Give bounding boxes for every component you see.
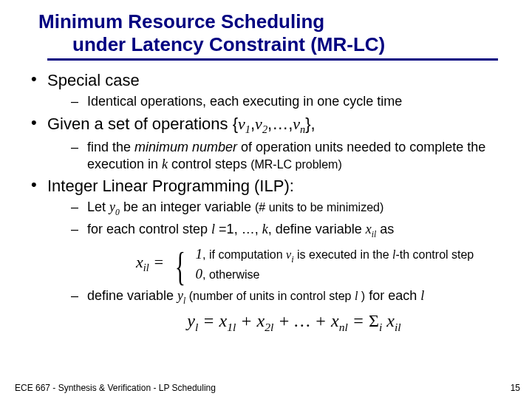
equation-yl: yl = x1l + x2l + … + xnl = Σi xil: [77, 311, 511, 334]
eq-xi: x: [386, 311, 395, 330]
pw-eq: =: [149, 253, 164, 271]
k: k: [162, 157, 168, 171]
text: =1, …,: [215, 222, 262, 236]
note-post: ): [358, 290, 365, 302]
sub-identical-ops: Identical operations, each executing in …: [68, 93, 511, 110]
brace-icon: {: [175, 252, 185, 282]
v1: v: [238, 115, 245, 133]
text: , define variable: [268, 222, 366, 236]
sub-define-yl: define variable yl (number of units in c…: [68, 287, 511, 307]
eq-s1: 1l: [227, 321, 236, 333]
bullet-ilp: Integer Linear Programming (ILP): Let y0…: [27, 177, 511, 333]
title-underline: [47, 58, 498, 61]
eq-sil: il: [395, 321, 401, 333]
k: k: [262, 222, 268, 236]
eq-x1: x: [219, 311, 228, 330]
eq-y: y: [187, 311, 195, 330]
bullet-given-set: Given a set of operations {v1,v2,…,vn}, …: [27, 115, 511, 172]
text: Given a set of operations {: [47, 115, 238, 133]
note-pre: (number of units in control step: [185, 290, 355, 302]
text: Integer Linear Programming (ILP):: [47, 177, 294, 195]
one: 1: [196, 246, 203, 262]
text: , if computation: [202, 248, 286, 261]
text: find the: [87, 140, 134, 154]
bullet-special-case: Special case Identical operations, each …: [27, 71, 511, 110]
eq-p1: +: [236, 311, 256, 330]
l2: l: [420, 288, 424, 303]
text: , otherwise: [202, 268, 259, 281]
v2-sub: 2: [262, 123, 267, 135]
yl-y: y: [177, 288, 183, 303]
pw-row-1: 1, if computation vi is executed in the …: [196, 245, 474, 265]
pw-x: x: [136, 253, 143, 271]
y0-y: y: [109, 200, 115, 214]
title-line-1: Minimum Resource Scheduling: [38, 10, 511, 33]
vn: v: [293, 115, 300, 133]
sigma-icon: Σ: [369, 311, 379, 330]
sub-for-each-step: for each control step l =1, …, k, define…: [68, 221, 511, 240]
pw-rhs: 1, if computation vi is executed in the …: [196, 245, 474, 283]
piecewise-def: xil = { 1, if computation vi is executed…: [136, 245, 511, 283]
text: define variable: [87, 288, 177, 303]
text: for each: [365, 288, 420, 303]
slide-body: Special case Identical operations, each …: [27, 71, 511, 333]
title-line-2: under Latency Constraint (MR-LC): [38, 33, 511, 56]
xil-x: x: [366, 222, 372, 236]
eq-eq2: =: [348, 311, 369, 330]
note-mrlc: (MR-LC problem): [250, 158, 342, 171]
text: -th control step: [395, 248, 474, 261]
zero: 0: [196, 266, 203, 282]
v2: v: [255, 115, 262, 133]
eq-p2: + … +: [273, 311, 331, 330]
eq-eq1: =: [198, 311, 219, 330]
comma2: ,…,: [267, 115, 293, 133]
footer-text: ECE 667 - Synthesis & Verification - LP …: [15, 383, 216, 393]
text: },: [305, 115, 315, 133]
text: be an integer variable: [120, 200, 255, 214]
eq-xn: x: [331, 311, 339, 330]
text: Special case: [47, 71, 140, 89]
slide-title: Minimum Resource Scheduling under Latenc…: [38, 10, 511, 55]
page-number: 15: [511, 383, 520, 393]
text: for each control step: [87, 222, 211, 236]
note-units: (# units to be minimized): [255, 201, 383, 214]
pw-il: il: [143, 262, 149, 274]
eq-x2: x: [257, 311, 265, 330]
sub-let-y0: Let y0 be an integer variable (# units t…: [68, 199, 511, 218]
pw-lhs: xil =: [136, 253, 164, 274]
text: as: [376, 222, 394, 236]
text: is executed in the: [294, 248, 392, 261]
text: Let: [87, 200, 109, 214]
eq-s2: 2l: [265, 321, 273, 333]
em-min-number: minimum number: [134, 140, 237, 154]
sub-find-min: find the minimum number of operation uni…: [68, 139, 511, 172]
eq-sn: nl: [339, 321, 348, 333]
pw-row-0: 0, otherwise: [196, 265, 474, 283]
text: control steps: [168, 157, 250, 171]
v1-sub: 1: [245, 123, 250, 135]
